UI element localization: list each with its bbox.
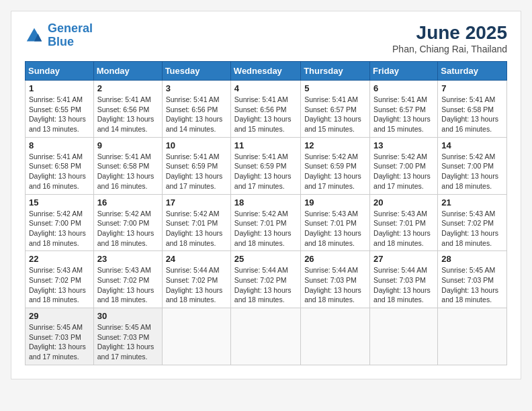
day-info: Sunrise: 5:41 AM Sunset: 6:56 PM Dayligh… (234, 95, 297, 134)
day-info: Sunrise: 5:41 AM Sunset: 6:56 PM Dayligh… (166, 95, 227, 134)
day-info: Sunrise: 5:45 AM Sunset: 7:03 PM Dayligh… (29, 322, 90, 362)
header-thursday: Thursday (301, 62, 370, 81)
day-info: Sunrise: 5:42 AM Sunset: 7:00 PM Dayligh… (441, 152, 503, 191)
calendar-week-row: 8 Sunrise: 5:41 AM Sunset: 6:58 PM Dayli… (26, 137, 507, 194)
day-number: 21 (441, 197, 503, 208)
day-number: 19 (304, 197, 366, 208)
calendar-week-row: 22 Sunrise: 5:43 AM Sunset: 7:02 PM Dayl… (26, 251, 507, 308)
table-row: 19 Sunrise: 5:43 AM Sunset: 7:01 PM Dayl… (301, 194, 370, 251)
table-row: 7 Sunrise: 5:41 AM Sunset: 6:58 PM Dayli… (438, 81, 507, 138)
logo: General Blue (25, 22, 93, 49)
day-number: 12 (304, 140, 366, 150)
table-row (370, 308, 438, 365)
title-block: June 2025 Phan, Chiang Rai, Thailand (392, 22, 507, 54)
table-row: 30 Sunrise: 5:45 AM Sunset: 7:03 PM Dayl… (93, 308, 162, 365)
day-info: Sunrise: 5:44 AM Sunset: 7:03 PM Dayligh… (304, 265, 366, 305)
table-row: 3 Sunrise: 5:41 AM Sunset: 6:56 PM Dayli… (162, 81, 230, 138)
table-row: 29 Sunrise: 5:45 AM Sunset: 7:03 PM Dayl… (26, 308, 94, 365)
day-number: 14 (441, 140, 503, 150)
day-info: Sunrise: 5:41 AM Sunset: 6:59 PM Dayligh… (166, 152, 227, 191)
table-row: 23 Sunrise: 5:43 AM Sunset: 7:02 PM Dayl… (93, 251, 162, 308)
day-info: Sunrise: 5:41 AM Sunset: 6:57 PM Dayligh… (304, 95, 366, 134)
day-number: 29 (29, 311, 90, 321)
day-number: 26 (304, 254, 366, 264)
day-number: 23 (97, 254, 159, 264)
day-info: Sunrise: 5:43 AM Sunset: 7:02 PM Dayligh… (441, 209, 503, 248)
table-row: 11 Sunrise: 5:41 AM Sunset: 6:59 PM Dayl… (230, 137, 300, 194)
day-info: Sunrise: 5:42 AM Sunset: 7:00 PM Dayligh… (29, 209, 90, 248)
day-number: 13 (373, 140, 434, 150)
day-info: Sunrise: 5:42 AM Sunset: 7:01 PM Dayligh… (166, 209, 227, 248)
day-number: 7 (441, 83, 503, 93)
table-row: 21 Sunrise: 5:43 AM Sunset: 7:02 PM Dayl… (438, 194, 507, 251)
table-row: 25 Sunrise: 5:44 AM Sunset: 7:02 PM Dayl… (230, 251, 300, 308)
day-info: Sunrise: 5:45 AM Sunset: 7:03 PM Dayligh… (97, 322, 159, 362)
day-number: 5 (304, 83, 366, 93)
table-row: 5 Sunrise: 5:41 AM Sunset: 6:57 PM Dayli… (301, 81, 370, 138)
table-row: 27 Sunrise: 5:44 AM Sunset: 7:03 PM Dayl… (370, 251, 438, 308)
header-sunday: Sunday (26, 62, 94, 81)
table-row: 16 Sunrise: 5:42 AM Sunset: 7:00 PM Dayl… (93, 194, 162, 251)
table-row (230, 308, 300, 365)
weekday-header-row: Sunday Monday Tuesday Wednesday Thursday… (26, 62, 507, 81)
table-row: 14 Sunrise: 5:42 AM Sunset: 7:00 PM Dayl… (438, 137, 507, 194)
table-row: 17 Sunrise: 5:42 AM Sunset: 7:01 PM Dayl… (162, 194, 230, 251)
table-row: 13 Sunrise: 5:42 AM Sunset: 7:00 PM Dayl… (370, 137, 438, 194)
table-row: 10 Sunrise: 5:41 AM Sunset: 6:59 PM Dayl… (162, 137, 230, 194)
day-info: Sunrise: 5:43 AM Sunset: 7:01 PM Dayligh… (304, 209, 366, 248)
table-row: 15 Sunrise: 5:42 AM Sunset: 7:00 PM Dayl… (26, 194, 94, 251)
day-info: Sunrise: 5:44 AM Sunset: 7:02 PM Dayligh… (234, 265, 297, 305)
day-number: 15 (29, 197, 90, 208)
logo-text: General Blue (48, 22, 93, 49)
day-number: 1 (29, 83, 90, 93)
day-info: Sunrise: 5:41 AM Sunset: 6:58 PM Dayligh… (97, 152, 159, 191)
table-row (162, 308, 230, 365)
table-row: 22 Sunrise: 5:43 AM Sunset: 7:02 PM Dayl… (26, 251, 94, 308)
logo-general: General (48, 21, 93, 35)
header: General Blue June 2025 Phan, Chiang Rai,… (25, 22, 507, 54)
header-wednesday: Wednesday (230, 62, 300, 81)
table-row: 2 Sunrise: 5:41 AM Sunset: 6:56 PM Dayli… (93, 81, 162, 138)
day-info: Sunrise: 5:41 AM Sunset: 6:58 PM Dayligh… (441, 95, 503, 134)
day-info: Sunrise: 5:42 AM Sunset: 7:00 PM Dayligh… (373, 152, 434, 191)
table-row (301, 308, 370, 365)
day-info: Sunrise: 5:44 AM Sunset: 7:03 PM Dayligh… (373, 265, 434, 305)
table-row: 4 Sunrise: 5:41 AM Sunset: 6:56 PM Dayli… (230, 81, 300, 138)
calendar-container: General Blue June 2025 Phan, Chiang Rai,… (11, 11, 521, 379)
location: Phan, Chiang Rai, Thailand (392, 44, 507, 54)
day-number: 20 (373, 197, 434, 208)
logo-blue: Blue (48, 35, 74, 48)
day-number: 8 (29, 140, 90, 150)
day-info: Sunrise: 5:41 AM Sunset: 6:59 PM Dayligh… (234, 152, 297, 191)
day-info: Sunrise: 5:41 AM Sunset: 6:58 PM Dayligh… (29, 152, 90, 191)
day-info: Sunrise: 5:43 AM Sunset: 7:02 PM Dayligh… (29, 265, 90, 305)
day-number: 9 (97, 140, 159, 150)
day-number: 4 (234, 83, 297, 93)
table-row: 12 Sunrise: 5:42 AM Sunset: 6:59 PM Dayl… (301, 137, 370, 194)
table-row (438, 308, 507, 365)
day-number: 17 (166, 197, 227, 208)
table-row: 18 Sunrise: 5:42 AM Sunset: 7:01 PM Dayl… (230, 194, 300, 251)
calendar-week-row: 1 Sunrise: 5:41 AM Sunset: 6:55 PM Dayli… (26, 81, 507, 138)
day-number: 30 (97, 311, 159, 321)
table-row: 1 Sunrise: 5:41 AM Sunset: 6:55 PM Dayli… (26, 81, 94, 138)
day-number: 27 (373, 254, 434, 264)
day-info: Sunrise: 5:42 AM Sunset: 7:01 PM Dayligh… (234, 209, 297, 248)
day-number: 18 (234, 197, 297, 208)
header-monday: Monday (93, 62, 162, 81)
day-number: 6 (373, 83, 434, 93)
day-number: 28 (441, 254, 503, 264)
header-friday: Friday (370, 62, 438, 81)
header-saturday: Saturday (438, 62, 507, 81)
day-number: 22 (29, 254, 90, 264)
calendar-week-row: 29 Sunrise: 5:45 AM Sunset: 7:03 PM Dayl… (26, 308, 507, 365)
day-info: Sunrise: 5:42 AM Sunset: 6:59 PM Dayligh… (304, 152, 366, 191)
table-row: 8 Sunrise: 5:41 AM Sunset: 6:58 PM Dayli… (26, 137, 94, 194)
day-info: Sunrise: 5:44 AM Sunset: 7:02 PM Dayligh… (166, 265, 227, 305)
day-number: 25 (234, 254, 297, 264)
day-info: Sunrise: 5:41 AM Sunset: 6:55 PM Dayligh… (29, 95, 90, 134)
calendar-table: Sunday Monday Tuesday Wednesday Thursday… (25, 61, 507, 365)
header-tuesday: Tuesday (162, 62, 230, 81)
day-info: Sunrise: 5:43 AM Sunset: 7:02 PM Dayligh… (97, 265, 159, 305)
day-number: 16 (97, 197, 159, 208)
